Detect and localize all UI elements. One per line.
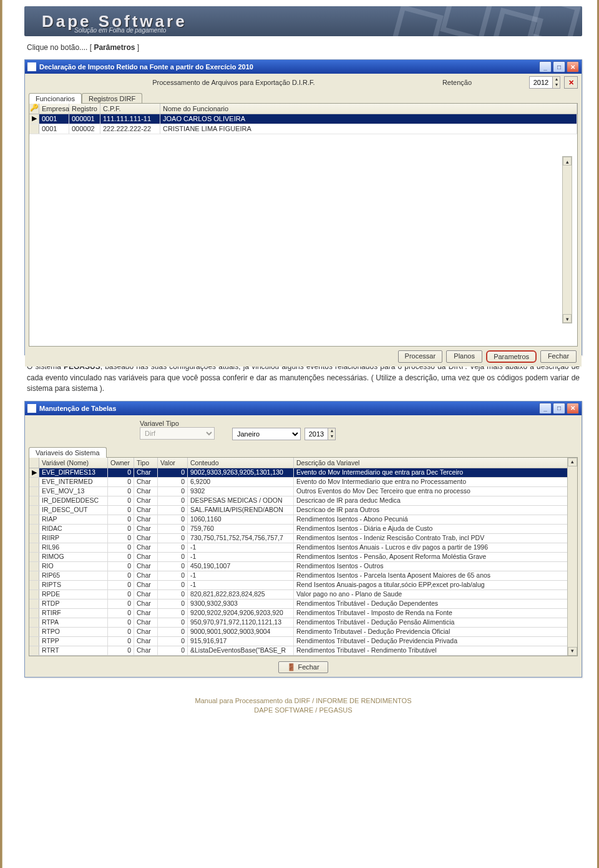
spinner-down-icon[interactable]: ▾ (552, 82, 560, 88)
table-row[interactable]: RTRT0Char0&ListaDeEventosBase("BASE_RRen… (29, 646, 577, 656)
bottom-button-bar: Processar Planos Parametros Fechar (25, 347, 582, 367)
proc-label: Processamento de Arquivos para Exportaçã… (29, 79, 439, 86)
minimize-button[interactable]: _ (539, 61, 552, 72)
table-row[interactable]: EVE_INTERMED0Char06,9200Evento do Mov In… (29, 478, 577, 487)
tab-registros-dirf[interactable]: Registros DIRF (82, 93, 142, 104)
year-input[interactable] (530, 77, 552, 87)
vertical-scrollbar[interactable]: ▴ ▾ (562, 156, 572, 323)
col-empresa[interactable]: Empresa (39, 104, 69, 114)
table-row[interactable]: RTDP0Char09300,9302,9303Rendimentos Trib… (29, 599, 577, 609)
processar-button[interactable]: Processar (398, 350, 443, 363)
app-icon (27, 62, 36, 71)
col-cpf[interactable]: C.P.F. (100, 104, 160, 114)
tab-content-2: Variável (Nome) Owner Tipo Valor Conteud… (29, 457, 578, 656)
parametros-keyword: Parâmetros (94, 43, 135, 52)
scroll-up-icon[interactable]: ▴ (568, 458, 577, 466)
key-icon: 🔑 (30, 104, 39, 112)
window-title: Manutenção de Tabelas (39, 405, 116, 412)
vertical-scrollbar-2[interactable]: ▴ ▾ (567, 458, 577, 656)
col-variavel[interactable]: Variável (Nome) (39, 458, 108, 468)
mes-select[interactable]: Janeiro (232, 428, 301, 440)
tabs-2: Variaveis do Sistema (29, 446, 578, 457)
page-footer: Manual para Processamento da DIRF / INFO… (24, 696, 582, 716)
grid2-body: ▶EVE_DIRFMES130Char09002,9303,9263,9205,… (29, 468, 577, 656)
table-row[interactable]: RIIRP0Char0730,750,751,752,754,756,757,7… (29, 534, 577, 543)
col-registro[interactable]: Registro (69, 104, 100, 114)
col-descricao[interactable]: Descrição da Variavel (294, 458, 577, 468)
grid-header: 🔑 Empresa Registro C.P.F. Nome do Funcio… (29, 104, 577, 114)
grid-body: ▶ 0001 000001 111.111.111-11 JOAO CARLOS… (29, 114, 577, 134)
table-row[interactable]: IR_DESC_OUT0Char0SAL.FAMILIA/PIS(REND/AB… (29, 506, 577, 515)
variavel-tipo-select[interactable]: Dirf (140, 427, 215, 440)
doc-banner: Dape Software Solução em Folha de pagame… (24, 6, 582, 36)
table-row[interactable]: 0001 000002 222.222.222-22 CRISTIANE LIM… (29, 124, 577, 134)
funcionarios-grid[interactable]: 🔑 Empresa Registro C.P.F. Nome do Funcio… (29, 104, 577, 340)
maximize-button[interactable]: □ (553, 403, 565, 414)
footer-line-2: DAPE SOFTWARE / PEGASUS (24, 706, 582, 715)
col-tipo[interactable]: Tipo (134, 458, 158, 468)
window-title: Declaração de Imposto Retido na Fonte a … (39, 63, 253, 71)
table-row[interactable]: RIDAC0Char0759,760Rendimentos Isentos - … (29, 525, 577, 534)
table-row[interactable]: EVE_MOV_130Char09302Outros Eventos do Mo… (29, 487, 577, 496)
table-row[interactable]: RTIRF0Char09200,9202,9204,9206,9203,920R… (29, 609, 577, 618)
titlebar[interactable]: Manutenção de Tabelas _ □ ✕ (25, 402, 582, 415)
col-nome[interactable]: Nome do Funcionario (160, 104, 577, 114)
door-icon: 🚪 (287, 663, 296, 671)
table-row[interactable]: RTPO0Char09000,9001,9002,9003,9004Rendim… (29, 628, 577, 637)
table-row[interactable]: RTPA0Char0950,970,971,972,1120,1121,13Re… (29, 618, 577, 628)
table-row[interactable]: IR_DEDMEDDESC0Char0DESPESAS MEDICAS / OD… (29, 496, 577, 506)
fechar-button-2[interactable]: 🚪 Fechar (278, 661, 328, 673)
close-button[interactable]: ✕ (567, 403, 579, 414)
table-row[interactable]: RTPP0Char0915,916,917Rendimentos Tributa… (29, 637, 577, 646)
toolbar: Processamento de Arquivos para Exportaçã… (25, 74, 582, 90)
col-conteudo[interactable]: Conteudo (188, 458, 294, 468)
clear-button[interactable]: ✕ (564, 76, 578, 89)
variaveis-grid[interactable]: Variável (Nome) Owner Tipo Valor Conteud… (29, 458, 577, 656)
grid-empty-area (29, 134, 577, 340)
fechar-button[interactable]: Fechar (540, 350, 577, 363)
table-row[interactable]: RIL960Char0-1Rendimentos Isentos Anuais … (29, 543, 577, 553)
planos-button[interactable]: Planos (446, 350, 482, 363)
close-button[interactable]: ✕ (567, 61, 579, 72)
tab-content: 🔑 Empresa Registro C.P.F. Nome do Funcio… (29, 103, 578, 347)
table-row[interactable]: RIO0Char0450,190,1007Rendimentos Isentos… (29, 562, 577, 571)
col-owner[interactable]: Owner (108, 458, 134, 468)
instruction-line: Clique no botão.... [ Parâmetros ] (27, 42, 580, 53)
filter-bar: Variavel Tipo Dirf Janeiro ▴▾ (25, 415, 582, 444)
maximize-button[interactable]: □ (553, 61, 565, 72)
window-declaracao: Declaração de Imposto Retido na Fonte a … (24, 59, 582, 355)
spinner-down-icon[interactable]: ▾ (328, 434, 335, 440)
footer-line-1: Manual para Processamento da DIRF / INFO… (24, 696, 582, 706)
app-icon (27, 404, 36, 413)
banner-subtitle: Solução em Folha de pagamento (74, 27, 166, 34)
table-row[interactable]: RPDE0Char0820,821,822,823,824,825Valor p… (29, 590, 577, 599)
table-row[interactable]: ▶EVE_DIRFMES130Char09002,9303,9263,9205,… (29, 468, 577, 478)
table-row[interactable]: RIPTS0Char0-1Rend Isentos Anuais-pagos a… (29, 581, 577, 590)
retencao-label: Retenção (442, 79, 472, 86)
table-row[interactable]: ▶ 0001 000001 111.111.111-11 JOAO CARLOS… (29, 114, 577, 124)
variavel-tipo-label: Variavel Tipo (140, 420, 215, 427)
scroll-up-icon[interactable]: ▴ (563, 157, 572, 165)
window-manutencao: Manutenção de Tabelas _ □ ✕ Variavel Tip… (24, 401, 582, 678)
year-spinner[interactable]: ▴▾ (529, 76, 560, 89)
table-row[interactable]: RIAP0Char01060,1160Rendimentos Isentos -… (29, 515, 577, 525)
banner-bg-shapes (345, 6, 582, 36)
minimize-button[interactable]: _ (539, 403, 552, 414)
scroll-down-icon[interactable]: ▾ (563, 314, 572, 323)
tab-variaveis-sistema[interactable]: Variaveis do Sistema (29, 447, 107, 458)
ano-input[interactable] (305, 429, 328, 439)
tabs: Funcionarios Registros DIRF (29, 92, 578, 103)
table-row[interactable]: RIP650Char0-1Rendimentos Isentos - Parce… (29, 571, 577, 581)
tab-funcionarios[interactable]: Funcionarios (29, 93, 82, 104)
col-valor[interactable]: Valor (158, 458, 188, 468)
parametros-button[interactable]: Parametros (486, 350, 537, 363)
titlebar[interactable]: Declaração de Imposto Retido na Fonte a … (25, 60, 582, 74)
table-row[interactable]: RIMOG0Char0-1Rendimentos Isentos - Pensã… (29, 553, 577, 562)
bottom-button-bar-2: 🚪 Fechar (25, 656, 582, 677)
scroll-down-icon[interactable]: ▾ (568, 647, 577, 656)
grid2-header: Variável (Nome) Owner Tipo Valor Conteud… (29, 458, 577, 468)
ano-spinner[interactable]: ▴▾ (304, 428, 336, 440)
